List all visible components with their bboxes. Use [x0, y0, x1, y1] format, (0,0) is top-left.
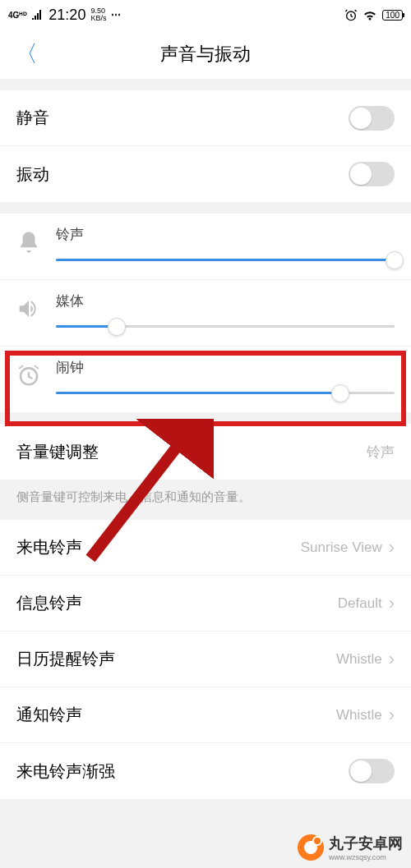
speaker-icon — [16, 296, 41, 321]
vibrate-label: 振动 — [16, 163, 49, 186]
ringtone-slider-label: 铃声 — [56, 225, 395, 244]
volume-key-help: 侧音量键可控制来电、信息和通知的音量。 — [0, 480, 411, 520]
clock-text: 21:20 — [48, 7, 85, 24]
volume-key-label: 音量键调整 — [16, 441, 99, 463]
media-slider[interactable] — [56, 325, 395, 328]
notification-ringtone-value: Whistle — [336, 707, 382, 723]
network-indicator: 4Gᴴᴰ — [8, 11, 27, 20]
mute-label: 静音 — [16, 107, 49, 129]
message-ringtone-row[interactable]: 信息铃声 Default › — [0, 576, 411, 631]
chevron-right-icon: › — [389, 537, 395, 558]
watermark-url: www.wzsqsy.com — [329, 853, 403, 861]
message-ringtone-value: Default — [338, 595, 382, 612]
message-ringtone-label: 信息铃声 — [16, 592, 82, 614]
status-bar: 4Gᴴᴰ 21:20 9.50 KB/s ⋯ 100 — [0, 0, 411, 30]
notification-ringtone-label: 通知铃声 — [16, 704, 82, 726]
alarm-icon — [344, 8, 358, 21]
battery-indicator: 100 — [382, 10, 403, 21]
volume-key-row[interactable]: 音量键调整 铃声 — [0, 424, 411, 480]
crescendo-label: 来电铃声渐强 — [16, 760, 115, 783]
volume-key-value: 铃声 — [367, 443, 395, 462]
chevron-right-icon: › — [389, 705, 395, 726]
media-slider-row: 媒体 — [0, 280, 411, 347]
incoming-ringtone-label: 来电铃声 — [16, 536, 82, 558]
more-icon: ⋯ — [111, 9, 122, 21]
chevron-right-icon: › — [389, 593, 395, 614]
vibrate-row[interactable]: 振动 — [0, 146, 411, 202]
media-slider-label: 媒体 — [56, 292, 395, 310]
watermark: 丸子安卓网 www.wzsqsy.com — [298, 834, 403, 861]
watermark-icon — [298, 834, 324, 861]
mute-row[interactable]: 静音 — [0, 90, 411, 146]
crescendo-row[interactable]: 来电铃声渐强 — [0, 743, 411, 799]
incoming-ringtone-value: Sunrise View — [301, 540, 382, 556]
alarm-slider-row: 闹钟 — [0, 347, 411, 412]
watermark-text: 丸子安卓网 — [329, 834, 403, 853]
ringtone-section: 来电铃声 Sunrise View › 信息铃声 Default › 日历提醒铃… — [0, 520, 411, 799]
crescendo-toggle[interactable] — [349, 759, 395, 783]
bell-icon — [16, 230, 41, 255]
notification-ringtone-row[interactable]: 通知铃声 Whistle › — [0, 687, 411, 743]
clock-icon — [16, 363, 41, 388]
incoming-ringtone-row[interactable]: 来电铃声 Sunrise View › — [0, 520, 411, 576]
ringtone-slider[interactable] — [56, 259, 395, 261]
alarm-slider-label: 闹钟 — [56, 358, 395, 377]
back-button[interactable]: 〈 — [15, 39, 38, 70]
signal-icon — [32, 10, 44, 20]
calendar-ringtone-value: Whistle — [336, 651, 382, 668]
chevron-right-icon: › — [389, 649, 395, 670]
mute-toggle[interactable] — [349, 106, 395, 131]
ringtone-slider-row: 铃声 — [0, 214, 411, 280]
slider-section: 铃声 媒体 闹钟 — [0, 214, 411, 412]
page-title: 声音与振动 — [0, 42, 411, 67]
data-speed: 9.50 KB/s — [90, 7, 106, 22]
calendar-ringtone-label: 日历提醒铃声 — [16, 648, 115, 670]
calendar-ringtone-row[interactable]: 日历提醒铃声 Whistle › — [0, 631, 411, 687]
toggle-section: 静音 振动 — [0, 90, 411, 202]
wifi-icon — [363, 9, 377, 21]
vibrate-toggle[interactable] — [349, 162, 395, 186]
alarm-slider[interactable] — [56, 392, 395, 394]
title-bar: 〈 声音与振动 — [0, 30, 411, 79]
